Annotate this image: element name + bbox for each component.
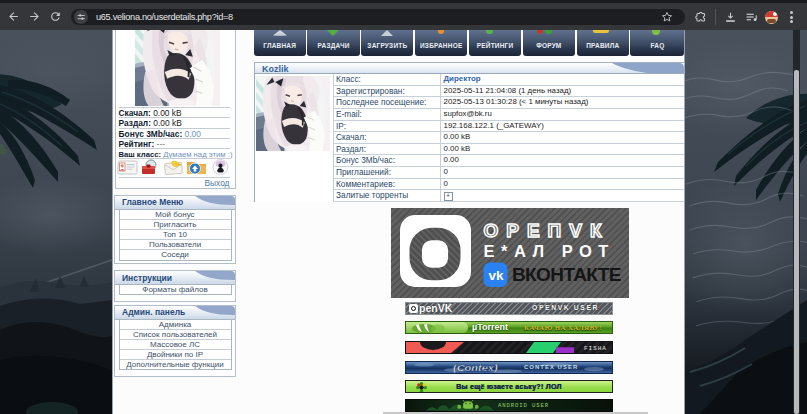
svg-text:ВКОНТАКТЕ: ВКОНТАКТЕ xyxy=(512,263,621,284)
svg-text:Е*АЛ РОТ: Е*АЛ РОТ xyxy=(484,242,615,260)
svg-text:vk: vk xyxy=(489,267,505,282)
svg-text:(Contex): (Contex) xyxy=(453,362,498,372)
svg-text:ОРЕПVК: ОРЕПVК xyxy=(484,219,610,240)
svg-text:ANDROID USER: ANDROID USER xyxy=(498,404,549,410)
svg-text:CONTEX USER: CONTEX USER xyxy=(524,364,578,370)
svg-text:FISHA: FISHA xyxy=(584,346,607,353)
